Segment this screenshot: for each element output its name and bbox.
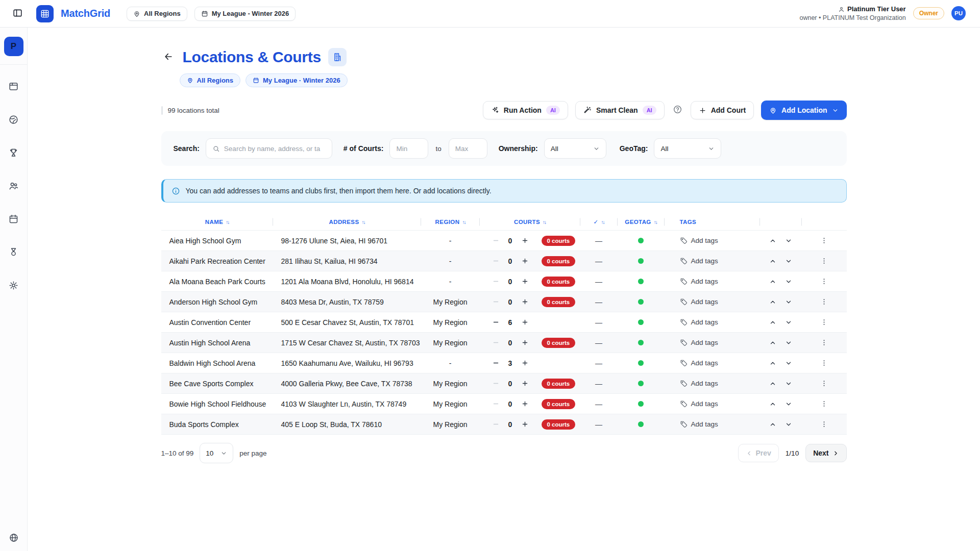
add-tags-button[interactable]: Add tags — [665, 339, 760, 346]
help-button[interactable] — [672, 104, 683, 117]
column-header-geotag[interactable]: GEOTAG↑↓ — [618, 214, 665, 230]
column-header-address[interactable]: ADDRESS↑↓ — [273, 214, 421, 230]
row-menu-button[interactable] — [818, 316, 830, 328]
move-down-button[interactable] — [783, 297, 794, 307]
move-down-button[interactable] — [783, 379, 794, 389]
decrement-courts-button[interactable] — [491, 399, 501, 409]
move-up-button[interactable] — [768, 358, 778, 368]
add-tags-button[interactable]: Add tags — [665, 278, 760, 285]
move-down-button[interactable] — [783, 256, 794, 266]
decrement-courts-button[interactable] — [491, 338, 501, 347]
sidebar-item-dashboard[interactable] — [4, 76, 24, 96]
sidebar-item-officials[interactable] — [4, 242, 24, 262]
increment-courts-button[interactable] — [520, 419, 530, 429]
move-up-button[interactable] — [768, 419, 778, 430]
increment-courts-button[interactable] — [520, 338, 530, 347]
move-down-button[interactable] — [783, 317, 794, 328]
decrement-courts-button[interactable] — [491, 358, 501, 368]
add-location-button[interactable]: Add Location — [761, 101, 846, 120]
row-menu-button[interactable] — [818, 398, 830, 410]
move-down-button[interactable] — [783, 419, 794, 430]
decrement-courts-button[interactable] — [491, 379, 501, 388]
row-menu-button[interactable] — [818, 418, 830, 430]
increment-courts-button[interactable] — [520, 317, 530, 327]
increment-courts-button[interactable] — [520, 399, 530, 409]
increment-courts-button[interactable] — [520, 236, 530, 245]
row-menu-button[interactable] — [818, 276, 830, 287]
region-scope-chip[interactable]: All Regions — [127, 7, 187, 21]
run-action-button[interactable]: Run Action AI — [483, 101, 568, 119]
row-menu-button[interactable] — [818, 357, 830, 369]
ownership-select[interactable]: All — [544, 138, 606, 159]
decrement-courts-button[interactable] — [491, 317, 501, 327]
geotag-status-dot — [638, 299, 644, 305]
row-menu-button[interactable] — [818, 235, 830, 246]
column-header-name[interactable]: NAME↑↓ — [161, 214, 273, 230]
league-scope-chip[interactable]: My League - Winter 2026 — [194, 7, 296, 21]
prev-page-button[interactable]: Prev — [738, 444, 779, 462]
increment-courts-button[interactable] — [520, 277, 530, 286]
sidebar-item-schedule[interactable] — [4, 209, 24, 229]
add-tags-button[interactable]: Add tags — [665, 420, 760, 428]
move-up-button[interactable] — [768, 256, 778, 266]
move-down-button[interactable] — [783, 236, 794, 246]
add-tags-button[interactable]: Add tags — [665, 380, 760, 387]
increment-courts-button[interactable] — [520, 358, 530, 368]
sidebar-item-leagues[interactable] — [4, 142, 24, 163]
row-menu-button[interactable] — [818, 255, 830, 267]
decrement-courts-button[interactable] — [491, 277, 501, 286]
add-tags-button[interactable]: Add tags — [665, 257, 760, 265]
user-avatar[interactable]: PU — [951, 6, 966, 20]
sidebar-item-language[interactable] — [4, 528, 24, 548]
row-menu-button[interactable] — [818, 296, 830, 308]
move-up-button[interactable] — [768, 379, 778, 389]
column-header-verified[interactable]: ✓↑↓ — [580, 214, 618, 230]
decrement-courts-button[interactable] — [491, 297, 501, 307]
sidebar-item-teams[interactable] — [4, 176, 24, 196]
move-up-button[interactable] — [768, 297, 778, 307]
add-tags-button[interactable]: Add tags — [665, 318, 760, 326]
row-menu-button[interactable] — [818, 378, 830, 389]
back-button[interactable] — [161, 49, 176, 65]
column-header-courts[interactable]: COURTS↑↓ — [480, 214, 580, 230]
increment-courts-button[interactable] — [520, 297, 530, 307]
move-up-button[interactable] — [768, 338, 778, 348]
page-league-chip[interactable]: My League · Winter 2026 — [246, 73, 348, 87]
increment-courts-button[interactable] — [520, 256, 530, 266]
move-up-button[interactable] — [768, 317, 778, 328]
move-up-button[interactable] — [768, 399, 778, 409]
decrement-courts-button[interactable] — [491, 256, 501, 266]
column-header-region[interactable]: REGION↑↓ — [421, 214, 480, 230]
page-region-chip[interactable]: All Regions — [180, 73, 241, 87]
move-down-button[interactable] — [783, 399, 794, 409]
move-up-button[interactable] — [768, 277, 778, 287]
add-tags-button[interactable]: Add tags — [665, 359, 760, 367]
decrement-courts-button[interactable] — [491, 419, 501, 429]
increment-courts-button[interactable] — [520, 379, 530, 388]
move-down-button[interactable] — [783, 358, 794, 368]
search-input[interactable] — [224, 145, 326, 153]
next-page-button[interactable]: Next — [805, 444, 846, 462]
move-down-button[interactable] — [783, 277, 794, 287]
sidebar-toggle-button[interactable] — [10, 6, 25, 22]
add-tags-button[interactable]: Add tags — [665, 298, 760, 306]
max-courts-input[interactable] — [455, 145, 481, 153]
smart-clean-button[interactable]: Smart Clean AI — [575, 101, 665, 119]
add-tags-button[interactable]: Add tags — [665, 400, 760, 408]
geotag-select[interactable]: All — [654, 138, 721, 159]
row-menu-button[interactable] — [818, 337, 830, 348]
org-avatar[interactable]: P — [4, 37, 23, 56]
min-courts-input[interactable] — [396, 145, 422, 153]
location-region: - — [421, 359, 480, 367]
sidebar-item-sports[interactable] — [4, 109, 24, 130]
decrement-courts-button[interactable] — [491, 236, 501, 245]
move-up-button[interactable] — [768, 236, 778, 246]
per-page-select[interactable]: 10 — [200, 443, 233, 463]
move-down-button[interactable] — [783, 338, 794, 348]
chevron-up-icon — [769, 380, 776, 387]
add-tags-button[interactable]: Add tags — [665, 237, 760, 244]
app-logo[interactable] — [36, 5, 54, 22]
sidebar-item-settings[interactable] — [4, 275, 24, 295]
zero-courts-badge: 0 courts — [542, 338, 576, 348]
add-court-button[interactable]: Add Court — [691, 101, 754, 119]
